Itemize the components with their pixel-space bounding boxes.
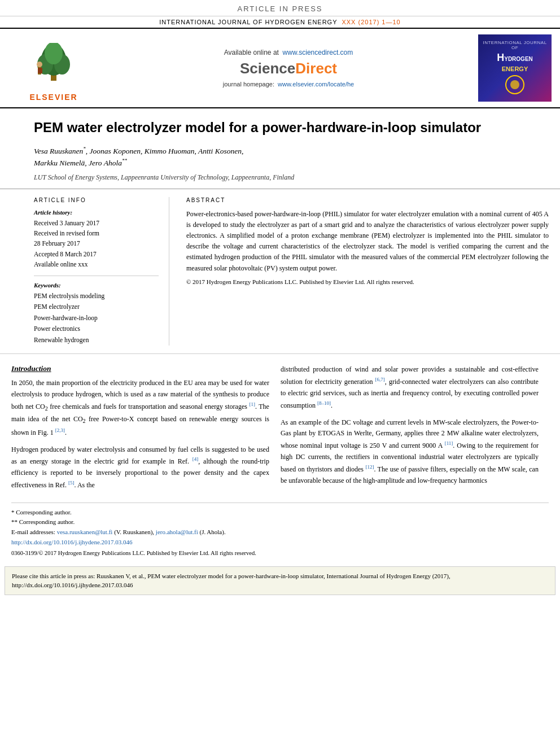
footnotes-section: * Corresponding author. ** Corresponding…	[11, 503, 549, 562]
ref-12-link[interactable]: [12]	[365, 464, 374, 470]
body-left-col: Introduction In 2050, the main proportio…	[11, 364, 269, 496]
hydrogen-journal-name: HYDROGEN ENERGY	[497, 52, 533, 73]
journal-title: INTERNATIONAL JOURNAL OF HYDROGEN ENERGY	[159, 19, 337, 25]
banner-text: ARTICLE IN PRESS	[238, 5, 323, 13]
intro-paragraph-2: Hydrogen produced by water electrolysis …	[11, 444, 269, 491]
abstract-text: Power-electronics-based power-hardware-i…	[186, 209, 549, 274]
article-info-heading: ARTICLE INFO	[34, 197, 159, 203]
accepted-date: Accepted 8 March 2017	[34, 249, 159, 259]
abstract-copyright: © 2017 Hydrogen Energy Publications LLC.…	[186, 278, 549, 285]
citation-bottom-box: Please cite this article in press as: Ru…	[5, 566, 555, 595]
doi-line: http://dx.doi.org/10.1016/j.ijhydene.201…	[11, 538, 549, 548]
ref-67-link[interactable]: [6,7]	[375, 377, 385, 382]
abstract-heading: ABSTRACT	[186, 197, 549, 203]
footnote-corresponding-2: ** Corresponding author.	[11, 517, 549, 527]
article-history-label: Article history:	[34, 209, 159, 216]
header-middle: Available online at www.sciencedirect.co…	[104, 34, 473, 102]
article-main-title: PEM water electrolyzer model for a power…	[34, 119, 526, 136]
introduction-heading: Introduction	[11, 364, 269, 373]
revised-date: 28 February 2017	[34, 238, 159, 248]
hydrogen-energy-text: ENERGY	[502, 65, 528, 72]
journal-header-bar: INTERNATIONAL JOURNAL OF HYDROGEN ENERGY…	[0, 16, 560, 29]
hydrogen-energy-box: International Journal of HYDROGEN ENERGY	[478, 34, 552, 102]
keyword-1: PEM electrolysis modeling	[34, 291, 159, 302]
two-col-section: ARTICLE INFO Article history: Received 3…	[0, 189, 560, 355]
ref-810-link[interactable]: [8–10]	[317, 400, 331, 406]
keywords-label: Keywords:	[34, 282, 159, 289]
body-right-col: distributed production of wind and solar…	[281, 364, 539, 496]
ref-1-link[interactable]: [1]	[249, 401, 255, 407]
ref-11-link[interactable]: [11]	[445, 440, 453, 446]
doi-link[interactable]: http://dx.doi.org/10.1016/j.ijhydene.201…	[11, 539, 133, 545]
sciencedirect-logo: ScienceDirect	[240, 60, 337, 77]
article-title-section: PEM water electrolyzer model for a power…	[0, 108, 560, 189]
homepage-url[interactable]: www.elsevier.com/locate/he	[278, 81, 354, 88]
elsevier-brand-text: ELSEVIER	[29, 93, 77, 102]
ref-4-link[interactable]: [4]	[193, 456, 199, 462]
direct-text: Direct	[295, 60, 337, 77]
email-2-link[interactable]: jero.ahola@lut.fi	[156, 528, 198, 535]
svg-point-9	[510, 80, 519, 89]
footnote-email: E-mail addresses: vesa.ruuskanen@lut.fi …	[11, 527, 549, 538]
ref-23-link[interactable]: [2,3]	[55, 427, 65, 433]
keyword-5: Renewable hydrogen	[34, 335, 159, 346]
available-online-text: Available online at www.sciencedirect.co…	[224, 49, 353, 56]
sciencedirect-url[interactable]: www.sciencedirect.com	[283, 49, 353, 56]
main-body: Introduction In 2050, the main proportio…	[0, 354, 560, 502]
svg-point-6	[37, 62, 42, 67]
svg-rect-7	[38, 68, 42, 73]
email-1-link[interactable]: vesa.ruuskanen@lut.fi	[57, 528, 113, 535]
keyword-4: Power electronics	[34, 324, 159, 335]
abstract-col: ABSTRACT Power-electronics-based power-h…	[181, 197, 549, 346]
intro-paragraph-1: In 2050, the main proportion of the elec…	[11, 378, 269, 438]
footnote-copyright: 0360-3199/© 2017 Hydrogen Energy Publica…	[11, 549, 549, 558]
intro-paragraph-4: As an example of the DC voltage and curr…	[281, 417, 539, 487]
header-section: ELSEVIER Available online at www.science…	[0, 29, 560, 108]
hydrogen-intl-label: International Journal of	[483, 40, 547, 50]
keyword-2: PEM electrolyzer	[34, 302, 159, 313]
elsevier-logo-box: ELSEVIER	[8, 34, 99, 102]
journal-volume: XXX (2017) 1—10	[342, 19, 400, 25]
footnote-corresponding-1: * Corresponding author.	[11, 508, 549, 518]
intro-paragraph-3: distributed production of wind and solar…	[281, 364, 539, 411]
available-online: Available online xxx	[34, 259, 159, 269]
hydrogen-decorative-icon	[504, 73, 526, 96]
authors-line: Vesa Ruuskanen*, Joonas Koponen, Kimmo H…	[34, 145, 526, 169]
science-text: Science	[240, 60, 295, 77]
elsevier-logo-img	[17, 34, 90, 91]
ref-5-link[interactable]: [5]	[68, 480, 75, 486]
keyword-3: Power-hardware-in-loop	[34, 313, 159, 324]
citation-text: Please cite this article in press as: Ru…	[12, 573, 450, 589]
article-info-col: ARTICLE INFO Article history: Received 3…	[34, 197, 169, 346]
received-date: Received 3 January 2017	[34, 218, 159, 228]
elsevier-tree-icon	[31, 43, 76, 82]
info-divider	[34, 276, 159, 276]
revised-label: Received in revised form	[34, 228, 159, 238]
hydrogen-h-text: HYDROGEN	[497, 52, 533, 63]
journal-title-line: INTERNATIONAL JOURNAL OF HYDROGEN ENERGY…	[0, 18, 560, 27]
journal-homepage-line: journal homepage: www.elsevier.com/locat…	[223, 81, 354, 88]
affiliation-line: LUT School of Energy Systems, Lappeenran…	[34, 173, 526, 182]
article-in-press-banner: ARTICLE IN PRESS	[0, 0, 560, 16]
